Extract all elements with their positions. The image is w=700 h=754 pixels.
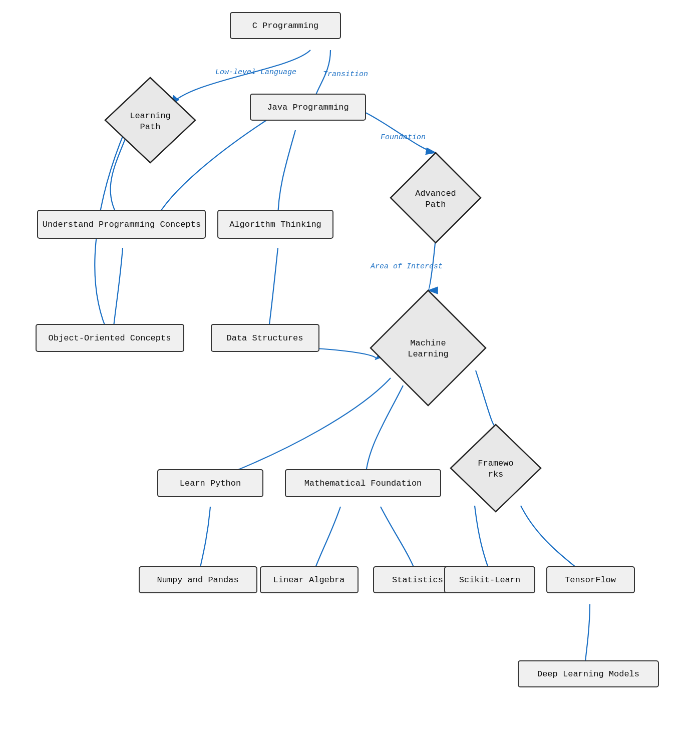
label-frameworks-2: rks bbox=[488, 470, 504, 479]
edge-java-to-advanced bbox=[366, 113, 436, 153]
edge-understand-to-oo bbox=[113, 248, 123, 335]
label-tensorflow: TensorFlow bbox=[565, 575, 616, 585]
label-java-programming: Java Programming bbox=[267, 103, 348, 112]
label-learn-python: Learn Python bbox=[180, 479, 241, 488]
edge-label-foundation: Foundation bbox=[381, 133, 426, 142]
edge-java-to-algo bbox=[278, 130, 295, 220]
label-frameworks-1: Framewo bbox=[478, 459, 513, 468]
label-advanced-1: Advanced bbox=[415, 189, 456, 198]
label-scikit: Scikit-Learn bbox=[459, 575, 520, 585]
label-linear-algebra: Linear Algebra bbox=[273, 575, 345, 585]
edge-ml-to-python bbox=[210, 378, 391, 481]
edge-ds-to-ml bbox=[315, 348, 376, 359]
edge-label-area: Area of Interest bbox=[370, 262, 443, 271]
label-learning-path-2: Path bbox=[140, 122, 161, 132]
label-ml-2: Learning bbox=[408, 349, 449, 359]
edge-algo-to-ds bbox=[268, 248, 278, 335]
label-oo-concepts: Object-Oriented Concepts bbox=[49, 333, 171, 343]
label-ml-1: Machine bbox=[410, 338, 446, 348]
edge-label-low-level: Low-level Language bbox=[215, 68, 296, 77]
edge-ml-to-frameworks bbox=[476, 370, 496, 426]
label-c-programming: C Programming bbox=[252, 21, 319, 31]
label-advanced-2: Path bbox=[426, 200, 446, 209]
edge-ml-to-math bbox=[366, 386, 403, 481]
edge-label-transition: Transition bbox=[323, 70, 368, 79]
label-statistics: Statistics bbox=[392, 575, 443, 585]
flowchart-svg: Low-level Language Transition Foundation… bbox=[0, 0, 700, 754]
label-math-foundation: Mathematical Foundation bbox=[304, 479, 422, 488]
label-numpy-pandas: Numpy and Pandas bbox=[157, 575, 238, 585]
label-understand: Understand Programming Concepts bbox=[43, 220, 201, 229]
label-algorithm: Algorithm Thinking bbox=[229, 220, 321, 229]
label-data-structures: Data Structures bbox=[226, 333, 303, 343]
label-deep-learning: Deep Learning Models bbox=[537, 669, 639, 679]
label-learning-path: Learning bbox=[130, 111, 171, 121]
